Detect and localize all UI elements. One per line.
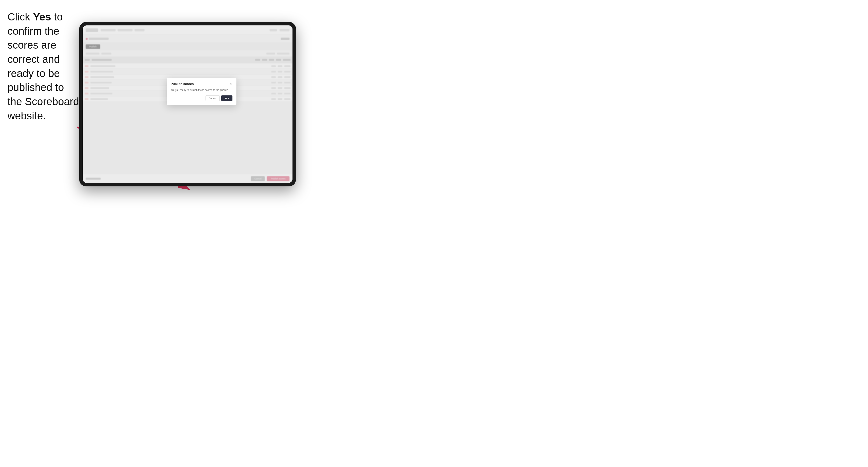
instruction-text: Click Yes to confirm the scores are corr…	[7, 10, 80, 123]
tablet-device: Publish	[79, 22, 296, 186]
modal-title: Publish scores	[170, 82, 193, 86]
instruction-bold: Yes	[33, 11, 51, 23]
modal-confirm-button[interactable]: Yes	[221, 95, 232, 101]
modal-dialog: Publish scores × Are you ready to publis…	[167, 78, 237, 105]
modal-title-row: Publish scores ×	[170, 82, 232, 86]
modal-footer: Cancel Yes	[170, 95, 232, 101]
modal-body-text: Are you ready to publish these scores to…	[170, 88, 232, 92]
modal-close-button[interactable]: ×	[229, 82, 232, 86]
tablet-screen: Publish	[83, 25, 292, 183]
modal-cancel-button[interactable]: Cancel	[206, 95, 220, 101]
modal-overlay: Publish scores × Are you ready to publis…	[83, 25, 292, 183]
